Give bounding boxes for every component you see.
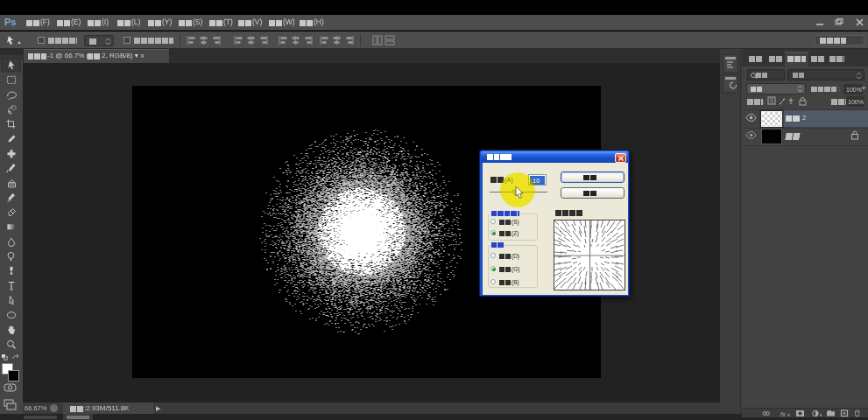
svg-text:fx: fx (780, 410, 786, 418)
